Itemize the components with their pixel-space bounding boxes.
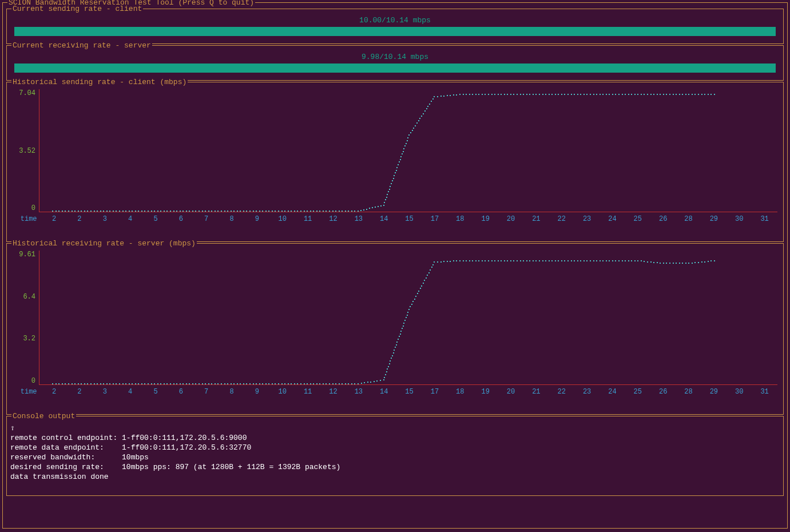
sending-rate-value: 10.00/10.14 mbps <box>10 16 780 25</box>
sending-rate-title: Current sending rate - client <box>11 5 143 13</box>
receiving-chart-xaxis: time223456789101112131415171819202122232… <box>16 388 777 399</box>
historical-sending-title: Historical sending rate - client (mbps) <box>11 78 188 86</box>
historical-sending-panel: Historical sending rate - client (mbps) … <box>6 82 784 242</box>
receiving-rate-panel: Current receiving rate - server 9.98/10.… <box>6 45 784 81</box>
main-window: SCION Bandwidth Reservation Test Tool (P… <box>2 2 788 529</box>
sending-chart-yaxis: 7.043.520 <box>10 89 39 212</box>
console-title: Console output <box>11 412 76 420</box>
console-panel[interactable]: Console output ⇧remote control endpoint:… <box>6 416 784 496</box>
console-output: ⇧remote control endpoint: 1-ff00:0:111,1… <box>10 423 780 482</box>
receiving-rate-bar <box>14 63 776 73</box>
historical-receiving-title: Historical receiving rate - server (mbps… <box>11 239 197 248</box>
receiving-chart-yaxis: 9.616.43.20 <box>10 251 39 385</box>
sending-rate-panel: Current sending rate - client 10.00/10.1… <box>6 9 784 44</box>
receiving-chart-plot <box>39 251 777 385</box>
historical-receiving-panel: Historical receiving rate - server (mbps… <box>6 243 784 415</box>
sending-chart: 7.043.520 time22345678910111213141517181… <box>10 89 780 227</box>
sending-chart-xaxis: time223456789101112131415171819202122232… <box>16 215 777 227</box>
sending-chart-plot <box>39 89 777 212</box>
receiving-rate-value: 9.98/10.14 mbps <box>10 53 780 61</box>
sending-rate-bar <box>14 27 776 36</box>
receiving-rate-title: Current receiving rate - server <box>11 41 152 50</box>
receiving-chart: 9.616.43.20 time223456789101112131415171… <box>10 251 780 399</box>
